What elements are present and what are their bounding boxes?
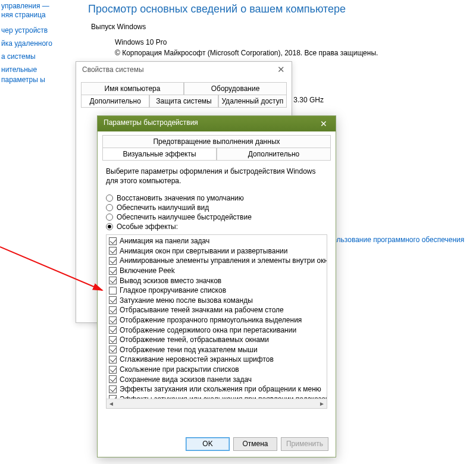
tab-advanced[interactable]: Дополнительно bbox=[217, 148, 331, 160]
checkbox-icon[interactable] bbox=[109, 316, 117, 324]
close-icon[interactable]: ✕ bbox=[275, 64, 287, 76]
control-panel-sidebar: управления — няя страница чер устройств … bbox=[0, 0, 71, 88]
checkbox-icon[interactable] bbox=[109, 287, 117, 294]
tab-strip: Имя компьютера Оборудование Дополнительн… bbox=[81, 82, 287, 108]
checkbox-icon[interactable] bbox=[109, 326, 117, 334]
effect-label: Отображение теней, отбрасываемых окнами bbox=[120, 336, 269, 344]
link-license-terms[interactable]: а использование программного обеспечения… bbox=[315, 236, 476, 252]
effect-label: Отображение тени под указателем мыши bbox=[120, 346, 258, 354]
scroll-right-icon[interactable]: ► bbox=[317, 399, 327, 408]
checkbox-icon[interactable] bbox=[109, 267, 117, 275]
effect-label: Отображение содержимого окна при перетас… bbox=[120, 326, 296, 334]
effects-list-box: Анимация на панели задачАнимация окон пр… bbox=[106, 234, 327, 409]
effect-item[interactable]: Вывод эскизов вместо значков bbox=[108, 275, 327, 286]
effect-label: Анимированные элементы управления и элем… bbox=[120, 256, 327, 265]
effect-item[interactable]: Анимированные элементы управления и элем… bbox=[108, 256, 327, 266]
effect-item[interactable]: Гладкое прокручивание списков bbox=[108, 286, 327, 296]
effect-item[interactable]: Анимация окон при свертывании и разверты… bbox=[108, 246, 327, 256]
checkbox-icon[interactable] bbox=[109, 237, 117, 245]
effect-item[interactable]: Скольжение при раскрытии списков bbox=[108, 365, 327, 375]
effect-item[interactable]: Сглаживание неровностей экранных шрифтов bbox=[108, 355, 327, 365]
text: няя страница bbox=[1, 11, 46, 19]
effect-label: Затухание меню после вызова команды bbox=[120, 296, 253, 305]
tab-hardware[interactable]: Оборудование bbox=[184, 82, 287, 95]
checkbox-icon[interactable] bbox=[109, 385, 117, 393]
link-remote-settings[interactable]: йка удаленного bbox=[1, 39, 71, 49]
dialog-body: Выберите параметры оформления и быстроде… bbox=[98, 161, 336, 409]
effect-label: Анимация на панели задач bbox=[120, 237, 209, 245]
checkbox-icon[interactable] bbox=[109, 306, 117, 314]
radio-icon[interactable] bbox=[106, 195, 113, 202]
link-device-manager[interactable]: чер устройств bbox=[1, 26, 71, 36]
dialog-titlebar: Свойства системы ✕ bbox=[76, 62, 292, 79]
dialog-title: Параметры быстродействия bbox=[104, 118, 198, 127]
dialog-titlebar: Параметры быстродействия ✕ bbox=[98, 116, 336, 131]
radio-option[interactable]: Особые эффекты: bbox=[106, 222, 327, 231]
checkbox-icon[interactable] bbox=[109, 356, 117, 363]
tab-visual-effects[interactable]: Визуальные эффекты bbox=[102, 148, 217, 160]
effect-label: Отбрасывание теней значками на рабочем с… bbox=[120, 306, 284, 314]
checkbox-icon[interactable] bbox=[109, 346, 117, 353]
radio-icon[interactable] bbox=[106, 204, 113, 211]
windows-copyright: © Корпорация Майкрософт (Microsoft Corpo… bbox=[115, 48, 474, 58]
radio-label: Восстановить значения по умолчанию bbox=[117, 194, 244, 202]
ok-button[interactable]: OK bbox=[186, 437, 230, 451]
radio-label: Обеспечить наилучший вид bbox=[117, 203, 209, 212]
text: управления — bbox=[1, 2, 49, 10]
checkbox-icon[interactable] bbox=[109, 247, 117, 255]
effect-label: Отображение прозрачного прямоугольника в… bbox=[120, 316, 302, 324]
close-icon[interactable]: ✕ bbox=[312, 116, 336, 131]
tab-strip: Предотвращение выполнения данных Визуаль… bbox=[102, 135, 331, 161]
tab-advanced[interactable]: Дополнительно bbox=[81, 95, 149, 107]
radio-option[interactable]: Восстановить значения по умолчанию bbox=[106, 194, 327, 202]
edition-heading: Выпуск Windows bbox=[91, 23, 474, 31]
effect-label: Анимация окон при свертывании и разверты… bbox=[120, 247, 287, 255]
radio-icon[interactable] bbox=[106, 214, 113, 221]
sidebar-title: управления — няя страница bbox=[1, 2, 71, 20]
effect-item[interactable]: Включение Peek bbox=[108, 266, 327, 276]
tab-system-protection[interactable]: Защита системы bbox=[149, 95, 218, 107]
effect-label: Скольжение при раскрытии списков bbox=[120, 365, 239, 374]
radio-option[interactable]: Обеспечить наилучшее быстродействие bbox=[106, 213, 327, 221]
checkbox-icon[interactable] bbox=[109, 257, 117, 265]
radio-option[interactable]: Обеспечить наилучший вид bbox=[106, 203, 327, 212]
effect-label: Эффекты затухания или скольжения при обр… bbox=[120, 385, 321, 393]
horizontal-scrollbar[interactable]: ◄ ► bbox=[107, 399, 327, 408]
effect-label: Сохранение вида эскизов панели задач bbox=[120, 375, 252, 384]
effect-item[interactable]: Отображение теней, отбрасываемых окнами bbox=[108, 335, 327, 345]
radio-icon[interactable] bbox=[106, 223, 113, 230]
checkbox-icon[interactable] bbox=[109, 277, 117, 284]
link-system-protection[interactable]: а системы bbox=[1, 52, 71, 62]
radio-label: Обеспечить наилучшее быстродействие bbox=[117, 213, 252, 221]
dialog-button-row: OK Отмена Применить bbox=[186, 437, 328, 451]
radio-label: Особые эффекты: bbox=[117, 222, 178, 231]
effect-label: Вывод эскизов вместо значков bbox=[120, 277, 221, 285]
tab-computer-name[interactable]: Имя компьютера bbox=[81, 82, 184, 95]
tab-dep[interactable]: Предотвращение выполнения данных bbox=[102, 135, 331, 148]
effect-item[interactable]: Отображение содержимого окна при перетас… bbox=[108, 325, 327, 335]
effect-label: Сглаживание неровностей экранных шрифтов bbox=[120, 355, 274, 363]
effect-item[interactable]: Эффекты затухания или скольжения при обр… bbox=[108, 384, 327, 394]
apply-button[interactable]: Применить bbox=[281, 437, 328, 451]
effect-label: Гладкое прокручивание списков bbox=[120, 286, 226, 294]
page-title: Просмотр основных сведений о вашем компь… bbox=[88, 3, 474, 15]
effect-item[interactable]: Анимация на панели задач bbox=[108, 236, 327, 246]
scroll-left-icon[interactable]: ◄ bbox=[107, 399, 116, 408]
effect-item[interactable]: Отбрасывание теней значками на рабочем с… bbox=[108, 305, 327, 315]
dialog-title: Свойства системы bbox=[82, 65, 144, 74]
effect-label: Включение Peek bbox=[120, 267, 175, 275]
checkbox-icon[interactable] bbox=[109, 375, 117, 383]
effect-item[interactable]: Сохранение вида эскизов панели задач bbox=[108, 374, 327, 384]
tab-remote[interactable]: Удаленный доступ bbox=[218, 95, 287, 107]
checkbox-icon[interactable] bbox=[109, 336, 117, 344]
effect-item[interactable]: Затухание меню после вызова команды bbox=[108, 296, 327, 306]
system-info-panel: Просмотр основных сведений о вашем компь… bbox=[88, 0, 476, 58]
description-text: Выберите параметры оформления и быстроде… bbox=[106, 167, 327, 186]
link-advanced-settings[interactable]: нительные параметры ы bbox=[1, 65, 71, 85]
checkbox-icon[interactable] bbox=[109, 296, 117, 304]
performance-options-dialog: Параметры быстродействия ✕ Предотвращени… bbox=[97, 115, 336, 457]
cancel-button[interactable]: Отмена bbox=[233, 437, 277, 451]
checkbox-icon[interactable] bbox=[109, 366, 117, 374]
effect-item[interactable]: Отображение прозрачного прямоугольника в… bbox=[108, 315, 327, 325]
effect-item[interactable]: Отображение тени под указателем мыши bbox=[108, 345, 327, 355]
